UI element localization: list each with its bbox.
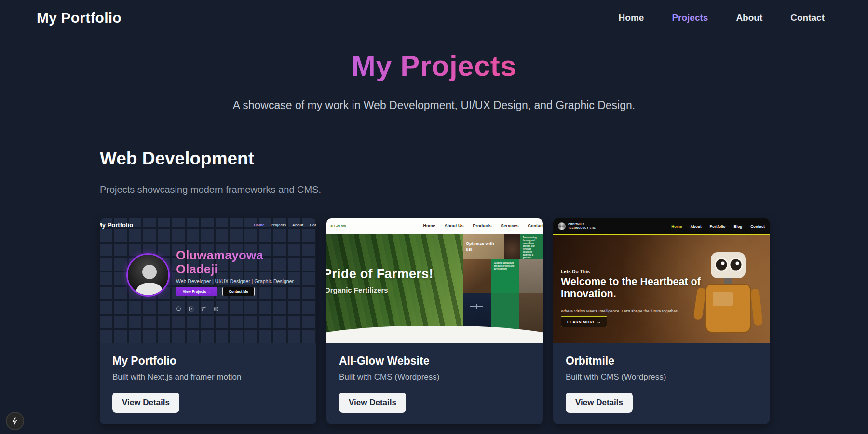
- ag-nav-services: Services: [501, 223, 518, 229]
- thumb-portfolio-buttons: View Projects → Contact Me: [176, 287, 255, 296]
- view-details-button-all-glow[interactable]: View Details: [339, 393, 406, 413]
- thumb-portfolio-role: Web Developer | UI/UX Designer | Graphic…: [176, 278, 294, 284]
- view-details-button-my-portfolio[interactable]: View Details: [112, 393, 179, 413]
- robot-scene-image: Lets Do This Welcome to the Heartbeat of…: [553, 235, 770, 343]
- thumb-allglow-subheadline: Organic Fertilizers: [326, 286, 388, 294]
- view-details-button-orbitmile[interactable]: View Details: [566, 393, 633, 413]
- optimize-tile: Optimize with us!: [463, 234, 504, 259]
- ag-nav-home: Home: [423, 223, 435, 229]
- thumb-orbitmile-logo: ORBITMILE TECHNOLOGY LTD.: [558, 222, 596, 230]
- section-title: Web Development: [100, 149, 868, 169]
- instagram-icon: [214, 306, 219, 312]
- ob-nav-portfolio: Portfolio: [710, 224, 726, 229]
- orbitmile-headline: Welcome to the Heartbeat of Innovation.: [561, 276, 710, 300]
- thumb-nav-contact: Contact: [310, 223, 316, 227]
- thumb-allglow-logo: ALL-GLOW: [330, 225, 359, 228]
- thumb-allglow-headline: Pride of Farmers!: [326, 267, 434, 282]
- lightning-bolt-icon: [11, 417, 19, 425]
- thumb-allglow-nav: Home About Us Products Services Contact: [423, 223, 543, 229]
- card-orbitmile: ORBITMILE TECHNOLOGY LTD. Home About Por…: [553, 218, 770, 424]
- soil-photo-tile: [504, 234, 520, 259]
- thumb-social-icons: [176, 306, 219, 312]
- thumb-orbitmile-header: ORBITMILE TECHNOLOGY LTD. Home About Por…: [553, 218, 770, 234]
- card-body: All-Glow Website Built with CMS (Wordpre…: [326, 343, 543, 424]
- transforming-text-tile: Transforming farming and nourishing grow…: [520, 234, 543, 259]
- twitter-icon: [201, 306, 206, 312]
- project-cards: My Portfolio Home Projects About Contact: [100, 218, 868, 424]
- page-title: My Projects: [352, 49, 516, 82]
- linkedin-icon: [189, 306, 194, 312]
- web-development-section: Web Development Projects showcasing mode…: [100, 149, 868, 424]
- gray-photo-tile: [519, 259, 543, 293]
- card-my-portfolio: My Portfolio Home Projects About Contact: [100, 218, 316, 424]
- thumb-nav-about: About: [292, 223, 303, 227]
- thumb-orbitmile-nav: Home About Portfolio Blog Contact: [671, 224, 765, 229]
- site-header: My Portfolio Home Projects About Contact: [0, 0, 868, 26]
- planting-photo-tile: [463, 259, 491, 293]
- github-icon: [176, 306, 181, 312]
- ob-nav-home: Home: [671, 224, 682, 229]
- orbitmile-kicker: Lets Do This: [561, 269, 590, 274]
- nav-home[interactable]: Home: [619, 13, 644, 23]
- main-nav: Home Projects About Contact: [619, 13, 825, 23]
- nav-contact[interactable]: Contact: [790, 13, 825, 23]
- ag-nav-about-us: About Us: [444, 223, 463, 229]
- thumb-nav-projects: Projects: [271, 223, 286, 227]
- ob-nav-blog: Blog: [733, 224, 742, 229]
- card-title: All-Glow Website: [339, 354, 530, 367]
- thumb-portfolio-nav: Home Projects About Contact: [254, 223, 316, 227]
- site-logo: My Portfolio: [37, 10, 122, 26]
- thumb-portfolio-header: My Portfolio Home Projects About Contact: [100, 221, 316, 229]
- person-silhouette: [128, 255, 170, 297]
- devtools-badge[interactable]: [6, 412, 24, 430]
- thumb-nav-home: Home: [254, 223, 264, 227]
- orbitmile-subtext: Where Vision Meets Intelligence. Let's s…: [561, 309, 691, 313]
- ag-nav-contact: Contact: [528, 223, 543, 229]
- nav-about[interactable]: About: [736, 13, 762, 23]
- thumb-allglow-header: ALL-GLOW Home About Us Products Services…: [326, 218, 543, 234]
- white-curve-section: [326, 326, 543, 343]
- thumb-portfolio-name: Oluwamayowa Oladeji: [176, 248, 263, 276]
- card-title: Orbitmile: [566, 354, 757, 367]
- thumb-contact-me-button: Contact Me: [222, 287, 254, 296]
- thumbnail-all-glow: ALL-GLOW Home About Us Products Services…: [326, 218, 543, 343]
- card-body: Orbitmile Built with CMS (Wordpress) Vie…: [553, 343, 770, 424]
- ob-nav-about: About: [690, 224, 701, 229]
- thumb-view-projects-button: View Projects →: [176, 287, 217, 296]
- card-all-glow: ALL-GLOW Home About Us Products Services…: [326, 218, 543, 424]
- ob-nav-contact: Contact: [750, 224, 765, 229]
- leading-text-tile: Leading agriculture product growth and d…: [491, 259, 519, 293]
- section-subtitle: Projects showcasing modern frameworks an…: [100, 184, 868, 195]
- drone-icon: [470, 304, 483, 309]
- card-description: Built with CMS (Wordpress): [566, 372, 757, 382]
- page-subtitle: A showcase of my work in Web Development…: [0, 99, 868, 112]
- card-description: Built with Next.js and framer motion: [112, 372, 304, 382]
- hero: My Projects A showcase of my work in Web…: [0, 49, 868, 112]
- ag-nav-products: Products: [473, 223, 491, 229]
- orbitmile-logo-icon: [558, 222, 566, 230]
- card-body: My Portfolio Built with Next.js and fram…: [100, 343, 316, 424]
- avatar: [126, 253, 170, 297]
- thumb-portfolio-logo: My Portfolio: [100, 221, 133, 229]
- card-title: My Portfolio: [112, 354, 304, 367]
- thumbnail-orbitmile: ORBITMILE TECHNOLOGY LTD. Home About Por…: [553, 218, 770, 343]
- thumbnail-my-portfolio: My Portfolio Home Projects About Contact: [100, 218, 316, 343]
- learn-more-button: LEARN MORE →: [561, 316, 607, 327]
- card-description: Built with CMS (Wordpress): [339, 372, 530, 382]
- nav-projects[interactable]: Projects: [672, 13, 708, 23]
- yellow-divider: [553, 234, 770, 235]
